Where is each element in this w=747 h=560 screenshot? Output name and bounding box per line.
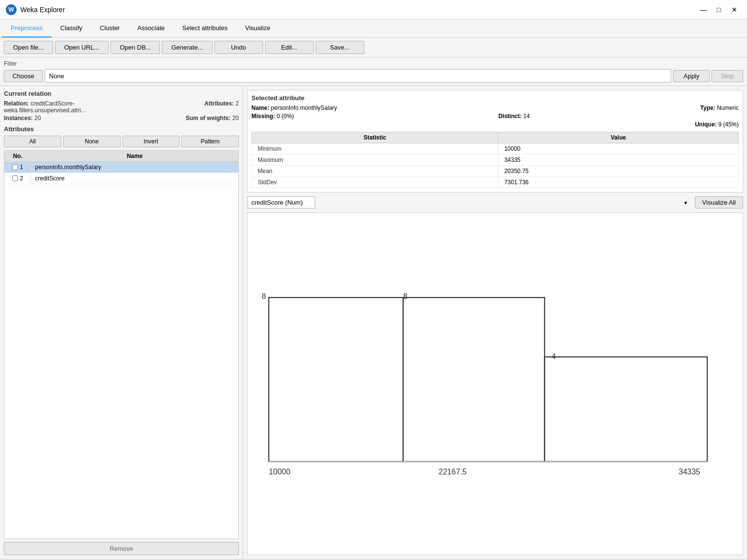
histogram-bar-3: [545, 357, 707, 461]
relation-info: Relation: creditCardScore-weka.filters.u…: [4, 100, 239, 122]
stat-row: StdDev7301.736: [252, 177, 739, 188]
selected-attribute-grid: Name: personInfo.monthlySalary Type: Num…: [251, 105, 739, 128]
chevron-down-icon: ▼: [683, 200, 688, 205]
stat-name: Minimum: [252, 143, 498, 155]
x-label-3: 34335: [678, 468, 700, 476]
open-db-button[interactable]: Open DB...: [110, 41, 160, 54]
col-no-header: No.: [4, 151, 31, 161]
x-label-1: 10000: [269, 468, 291, 476]
table-row[interactable]: 1 personInfo.monthlySalary: [4, 162, 238, 173]
stat-row: Maximum34335: [252, 155, 739, 166]
stat-row: Mean20350.75: [252, 166, 739, 177]
attributes-buttons: All None Invert Pattern: [4, 136, 239, 147]
attr-name-1: personInfo.monthlySalary: [31, 162, 238, 173]
stat-col-header: Statistic: [252, 132, 498, 143]
relation-grid: Relation: creditCardScore-weka.filters.u…: [4, 100, 239, 122]
attr-number: 1: [4, 162, 31, 173]
body-area: Current relation Relation: creditCardSco…: [0, 86, 747, 559]
title-bar: W Weka Explorer — □ ✕: [0, 0, 747, 19]
left-panel: Current relation Relation: creditCardSco…: [0, 86, 243, 559]
attr-name-label: Name: personInfo.monthlySalary: [251, 105, 495, 111]
stat-value: 34335: [498, 155, 738, 166]
undo-button[interactable]: Undo: [214, 41, 263, 54]
statistics-table: Statistic Value Minimum10000Maximum34335…: [251, 132, 739, 188]
class-row: creditScore (Num) ▼ Visualize All: [247, 196, 743, 209]
filter-label: Filter: [4, 60, 743, 67]
main-content: Filter Choose Apply Stop Current relatio…: [0, 57, 747, 559]
close-button[interactable]: ✕: [728, 4, 741, 15]
bar2-count-label: 8: [403, 292, 408, 300]
stat-name: Maximum: [252, 155, 498, 166]
selected-attribute-title: Selected attribute: [251, 94, 739, 102]
app-icon: W: [6, 4, 17, 15]
attr-distinct-label: Distinct: 14: [495, 113, 739, 120]
attr-name-2: creditScore: [31, 173, 238, 184]
attributes-label: Attributes: [4, 125, 239, 133]
attr-unique-label: Unique: 9 (45%): [495, 121, 739, 128]
current-relation-label: Current relation: [4, 90, 239, 97]
class-select-wrapper: creditScore (Num) ▼: [247, 196, 692, 209]
tab-classify[interactable]: Classify: [52, 19, 91, 37]
relation-label: Relation: creditCardScore-weka.filters.u…: [4, 100, 120, 114]
selected-attribute-section: Selected attribute Name: personInfo.mont…: [247, 90, 743, 192]
none-button[interactable]: None: [63, 136, 121, 147]
x-label-2: 22167.5: [439, 468, 467, 476]
tab-visualize[interactable]: Visualize: [236, 19, 279, 37]
sum-weights-info: Sum of weights: 20: [124, 115, 239, 122]
histogram-container: 8 8 4 10000 22167.5 34335: [247, 212, 743, 555]
toolbar: Open file... Open URL... Open DB... Gene…: [0, 38, 747, 57]
stat-value: 7301.736: [498, 177, 738, 188]
value-col-header: Value: [498, 132, 738, 143]
stat-name: StdDev: [252, 177, 498, 188]
open-url-button[interactable]: Open URL...: [55, 41, 108, 54]
visualize-all-button[interactable]: Visualize All: [695, 196, 743, 209]
attr-number: 2: [4, 173, 31, 184]
filter-row: Choose Apply Stop: [4, 69, 743, 83]
invert-button[interactable]: Invert: [123, 136, 180, 147]
attr-table-header: No. Name: [4, 151, 238, 162]
tab-cluster[interactable]: Cluster: [91, 19, 128, 37]
filter-value-field: [45, 69, 671, 83]
tab-associate[interactable]: Associate: [128, 19, 173, 37]
class-select[interactable]: creditScore (Num): [247, 196, 315, 209]
stop-button[interactable]: Stop: [711, 70, 743, 82]
maximize-button[interactable]: □: [712, 4, 726, 15]
col-name-header: Name: [31, 151, 238, 161]
tab-preprocess[interactable]: Preprocess: [2, 19, 52, 37]
histogram-bar-1: [269, 298, 403, 461]
attr-checkbox-1[interactable]: [12, 164, 18, 170]
attr-checkbox-2[interactable]: [12, 175, 18, 181]
histogram-chart: 8 8 4 10000 22167.5 34335: [248, 213, 743, 555]
bar3-count-label: 4: [551, 352, 556, 361]
remove-button[interactable]: Remove: [4, 542, 239, 555]
bar1-count-label: 8: [262, 292, 266, 300]
stat-value: 20350.75: [498, 166, 738, 177]
window-controls: — □ ✕: [696, 4, 741, 15]
right-panel: Selected attribute Name: personInfo.mont…: [243, 86, 747, 559]
choose-button[interactable]: Choose: [4, 70, 43, 82]
instances-info: Instances: 20: [4, 115, 120, 122]
generate-button[interactable]: Generate...: [162, 41, 212, 54]
apply-button[interactable]: Apply: [673, 70, 710, 82]
attributes-section: Attributes All None Invert Pattern No. N…: [4, 125, 239, 555]
all-button[interactable]: All: [4, 136, 61, 147]
stat-name: Mean: [252, 166, 498, 177]
filter-section: Filter Choose Apply Stop: [0, 57, 747, 86]
edit-button[interactable]: Edit...: [265, 41, 314, 54]
tab-select-attributes[interactable]: Select attributes: [174, 19, 236, 37]
table-row[interactable]: 2 creditScore: [4, 173, 238, 184]
attributes-table: No. Name 1 personInfo.monthlySalary: [4, 150, 239, 539]
attributes-info: Attributes: 2: [124, 100, 239, 114]
histogram-bar-2: [403, 298, 545, 461]
save-button[interactable]: Save...: [316, 41, 364, 54]
attr-missing-label: Missing: 0 (0%): [251, 113, 495, 120]
minimize-button[interactable]: —: [696, 4, 710, 15]
open-file-button[interactable]: Open file...: [4, 41, 53, 54]
menu-bar: Preprocess Classify Cluster Associate Se…: [0, 19, 747, 38]
stat-row: Minimum10000: [252, 143, 739, 155]
pattern-button[interactable]: Pattern: [181, 136, 239, 147]
window-title: Weka Explorer: [20, 6, 693, 14]
attr-type-label: Type: Numeric: [495, 105, 739, 111]
stat-value: 10000: [498, 143, 738, 155]
